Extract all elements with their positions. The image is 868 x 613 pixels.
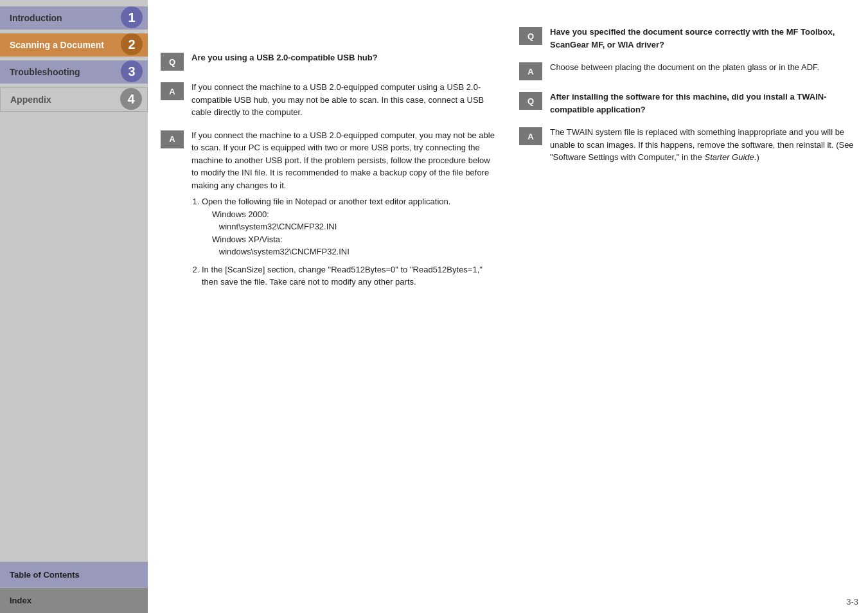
a2-para: If you connect the machine to a USB 2.0-… bbox=[191, 130, 495, 190]
a2-win2000-label: Windows 2000: bbox=[202, 208, 497, 221]
rq-badge-2: Q bbox=[519, 92, 542, 110]
sidebar-item-introduction[interactable]: Introduction 1 bbox=[0, 6, 148, 30]
main-content: Q Are you using a USB 2.0-compatible USB… bbox=[148, 0, 868, 613]
a-badge-1: A bbox=[161, 82, 184, 100]
sidebar-troubleshooting-badge: 3 bbox=[121, 60, 143, 82]
page-number: 3-3 bbox=[846, 597, 858, 607]
ra2-italic: Starter Guide bbox=[704, 152, 754, 162]
rq-text-1: Have you specified the document source c… bbox=[550, 26, 855, 51]
sidebar: Introduction 1 Scanning a Document 2 Tro… bbox=[0, 0, 148, 613]
toc-button[interactable]: Table of Contents bbox=[0, 562, 148, 587]
qa-block-rq2: Q After installing the software for this… bbox=[519, 91, 855, 116]
a2-list-item-1: Open the following file in Notepad or an… bbox=[202, 195, 497, 258]
a-badge-2: A bbox=[161, 130, 184, 148]
index-button[interactable]: Index bbox=[0, 587, 148, 613]
a2-list: Open the following file in Notepad or an… bbox=[191, 195, 497, 289]
q-text-1: Are you using a USB 2.0-compatible USB h… bbox=[191, 51, 497, 64]
qa-block-q1: Q Are you using a USB 2.0-compatible USB… bbox=[161, 51, 497, 71]
sidebar-bottom: Table of Contents Index bbox=[0, 562, 148, 613]
a2-list-item-2: In the [ScanSize] section, change "Read5… bbox=[202, 263, 497, 289]
qa-block-rq1: Q Have you specified the document source… bbox=[519, 26, 855, 51]
a-text-1: If you connect the machine to a USB 2.0-… bbox=[191, 81, 497, 119]
a2-win2000-path: winnt\system32\CNCMFP32.INI bbox=[202, 220, 497, 233]
rq-badge-1: Q bbox=[519, 27, 542, 45]
rq-text-2: After installing the software for this m… bbox=[550, 91, 855, 116]
ra-text-2: The TWAIN system file is replaced with s… bbox=[550, 126, 855, 164]
sidebar-intro-badge: 1 bbox=[121, 6, 143, 28]
qa-block-ra1: A Choose between placing the document on… bbox=[519, 61, 855, 80]
a2-winxp-label: Windows XP/Vista: bbox=[202, 233, 497, 246]
qa-block-a1: A If you connect the machine to a USB 2.… bbox=[161, 81, 497, 119]
sidebar-item-appendix[interactable]: Appendix 4 bbox=[0, 87, 148, 112]
ra-text-1: Choose between placing the document on t… bbox=[550, 61, 855, 74]
sidebar-item-scanning[interactable]: Scanning a Document 2 bbox=[0, 33, 148, 57]
sidebar-appendix-badge: 4 bbox=[120, 88, 142, 110]
ra-badge-1: A bbox=[519, 62, 542, 80]
qa-block-ra2: A The TWAIN system file is replaced with… bbox=[519, 126, 855, 164]
qa-block-a2: A If you connect the machine to a USB 2.… bbox=[161, 129, 497, 294]
right-column: Q Have you specified the document source… bbox=[509, 13, 855, 600]
sidebar-scanning-badge: 2 bbox=[121, 33, 143, 55]
left-column: Q Are you using a USB 2.0-compatible USB… bbox=[161, 13, 497, 600]
a2-winxp-path: windows\system32\CNCMFP32.INI bbox=[202, 245, 497, 258]
sidebar-item-troubleshooting[interactable]: Troubleshooting 3 bbox=[0, 60, 148, 84]
ra-badge-2: A bbox=[519, 127, 542, 145]
a-text-2: If you connect the machine to a USB 2.0-… bbox=[191, 129, 497, 294]
q-badge-1: Q bbox=[161, 53, 184, 71]
